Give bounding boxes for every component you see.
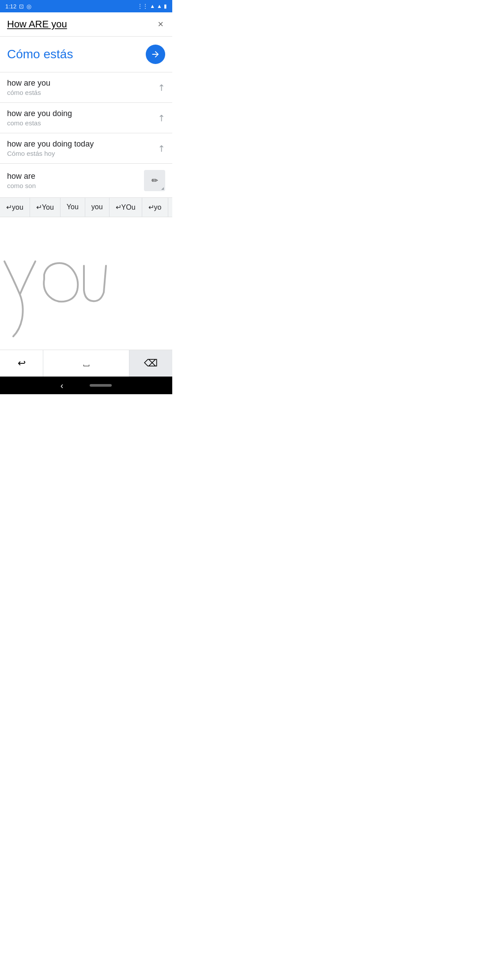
at-icon: ◎ <box>26 3 31 10</box>
wifi-icon: ▲ <box>150 3 155 9</box>
home-indicator[interactable] <box>90 384 112 387</box>
suggestion-main-1: how are you <box>7 79 153 88</box>
handwriting-area[interactable] <box>0 217 172 350</box>
word-chip-2[interactable]: You <box>61 198 85 217</box>
suggestion-texts-3: how are you doing today Cómo estás hoy <box>7 139 153 157</box>
vibrate-icon: ⋮⋮ <box>137 3 148 9</box>
suggestion-texts-2: how are you doing como estas <box>7 109 153 127</box>
search-input[interactable] <box>7 19 156 30</box>
edit-corner-decoration <box>161 187 164 190</box>
delete-icon: ⌫ <box>144 358 158 369</box>
status-left: 1:12 ⊡ ◎ <box>5 3 31 10</box>
search-bar: × <box>0 12 172 37</box>
word-suggestions-bar: ↵you ↵You You you ↵YOu ↵yo ↵Yo ⋮ <box>0 198 172 217</box>
handwriting-svg <box>0 226 172 350</box>
word-chip-3[interactable]: you <box>85 198 110 217</box>
signal-icon: ▲ <box>157 3 162 9</box>
suggestion-main-4: how are <box>7 172 144 181</box>
go-translate-button[interactable] <box>146 45 165 64</box>
suggestion-texts-1: how are you cómo estás <box>7 79 153 96</box>
undo-button[interactable]: ↩ <box>0 350 43 377</box>
suggestion-arrow-2: ↗ <box>155 112 168 124</box>
suggestions-list: how are you cómo estás ↗ how are you doi… <box>0 72 172 198</box>
translation-result: Cómo estás <box>0 37 172 72</box>
suggestion-main-2: how are you doing <box>7 109 153 118</box>
suggestion-arrow-1: ↗ <box>155 81 168 94</box>
word-chip-1[interactable]: ↵You <box>30 198 61 217</box>
clear-button[interactable]: × <box>156 17 165 32</box>
edit-button[interactable]: ✏ <box>144 170 165 191</box>
suggestion-item-2[interactable]: how are you doing como estas ↗ <box>0 103 172 133</box>
undo-icon: ↩ <box>18 358 26 369</box>
battery-icon: ▮ <box>164 3 167 9</box>
notification-icon: ⊡ <box>19 3 24 10</box>
suggestion-texts-4: how are como son <box>7 172 144 189</box>
arrow-right-icon <box>151 49 160 59</box>
suggestion-sub-1: cómo estás <box>7 89 153 96</box>
suggestion-sub-2: como estas <box>7 119 153 127</box>
word-chip-4[interactable]: ↵YOu <box>110 198 142 217</box>
word-chip-0[interactable]: ↵you <box>0 198 30 217</box>
word-chip-6[interactable]: ↵Yo <box>168 198 172 217</box>
nav-bar: ‹ <box>0 377 172 394</box>
status-time: 1:12 <box>5 3 16 10</box>
word-chip-5[interactable]: ↵yo <box>142 198 168 217</box>
status-bar: 1:12 ⊡ ◎ ⋮⋮ ▲ ▲ ▮ <box>0 0 172 12</box>
back-button[interactable]: ‹ <box>61 381 64 391</box>
suggestion-sub-3: Cómo estás hoy <box>7 150 153 157</box>
handwriting-canvas[interactable] <box>0 226 172 350</box>
suggestion-item-4[interactable]: how are como son ✏ <box>0 164 172 198</box>
suggestion-main-3: how are you doing today <box>7 139 153 149</box>
delete-button[interactable]: ⌫ <box>129 350 172 377</box>
suggestion-sub-4: como son <box>7 182 144 189</box>
status-right: ⋮⋮ ▲ ▲ ▮ <box>137 3 167 9</box>
suggestion-arrow-3: ↗ <box>155 142 168 155</box>
space-button[interactable]: ⎵ <box>43 350 129 377</box>
translated-text: Cómo estás <box>7 47 73 61</box>
suggestion-item-1[interactable]: how are you cómo estás ↗ <box>0 72 172 103</box>
space-icon: ⎵ <box>83 358 89 369</box>
pencil-icon: ✏ <box>151 176 158 185</box>
suggestion-item-3[interactable]: how are you doing today Cómo estás hoy ↗ <box>0 133 172 164</box>
keyboard-bar: ↩ ⎵ ⌫ <box>0 350 172 377</box>
